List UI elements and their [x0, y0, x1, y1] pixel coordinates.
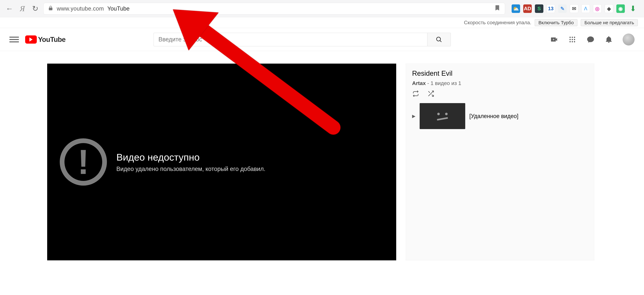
yandex-button[interactable]: Я	[18, 5, 27, 13]
svg-point-10	[574, 41, 575, 42]
extensions-row: ⛅ADS13✎✉Λ◎◆◉	[512, 5, 625, 13]
page-title: YouTube	[108, 5, 130, 12]
youtube-logo[interactable]: YouTube	[25, 36, 66, 44]
svg-point-2	[570, 37, 571, 38]
back-button[interactable]: ←	[5, 5, 14, 13]
svg-point-9	[572, 41, 573, 42]
download-indicator-icon[interactable]: ⬇	[628, 5, 638, 13]
create-video-icon[interactable]	[550, 35, 558, 44]
bookmark-icon[interactable]	[494, 5, 500, 13]
page-url: www.youtube.com	[57, 5, 104, 12]
youtube-masthead: YouTube	[0, 28, 644, 51]
playlist-subtitle: Artax - 1 видео из 1	[412, 80, 588, 86]
masthead-actions	[550, 34, 634, 46]
turbo-enable-button[interactable]: Включить Турбо	[535, 19, 577, 26]
playlist-panel: Resident Evil Artax - 1 видео из 1 ▶ [Уд…	[406, 64, 594, 260]
svg-point-7	[574, 39, 575, 40]
extension-icon-8[interactable]: ◆	[605, 5, 613, 13]
svg-point-3	[572, 37, 573, 38]
menu-button[interactable]	[10, 35, 19, 44]
shuffle-icon[interactable]	[427, 90, 434, 98]
error-subtitle: Видео удалено пользователем, который его…	[116, 166, 266, 172]
address-bar[interactable]: www.youtube.com YouTube	[44, 3, 505, 15]
svg-point-5	[570, 39, 571, 40]
extension-icon-6[interactable]: Λ	[582, 5, 590, 13]
extension-icon-2[interactable]: S	[535, 5, 544, 13]
search-form	[154, 33, 451, 46]
now-playing-icon: ▶	[412, 114, 416, 119]
reload-button[interactable]: ↻	[30, 5, 40, 13]
account-avatar[interactable]	[622, 34, 634, 46]
error-icon: !	[60, 138, 107, 186]
notifications-icon[interactable]	[604, 35, 613, 44]
error-title: Видео недоступно	[116, 152, 266, 163]
youtube-play-icon	[25, 36, 37, 44]
svg-point-4	[574, 37, 575, 38]
playlist-owner[interactable]: Artax	[412, 80, 426, 86]
player-error: ! Видео недоступно Видео удалено пользов…	[60, 138, 266, 186]
loop-icon[interactable]	[412, 90, 419, 98]
playlist-item-label: [Удаленное видео]	[469, 113, 518, 120]
svg-point-8	[570, 41, 571, 42]
playlist-thumbnail	[420, 103, 465, 129]
playlist-count: 1 видео из 1	[430, 80, 461, 86]
extension-icon-0[interactable]: ⛅	[512, 5, 520, 13]
turbo-notification: Скорость соединения упала. Включить Турб…	[0, 17, 644, 28]
search-button[interactable]	[427, 33, 451, 46]
deleted-video-icon	[437, 113, 448, 120]
extension-icon-1[interactable]: AD	[523, 5, 532, 13]
search-input[interactable]	[154, 33, 427, 46]
extension-icon-4[interactable]: ✎	[558, 5, 567, 13]
svg-point-6	[572, 39, 573, 40]
youtube-wordmark: YouTube	[38, 36, 66, 44]
browser-toolbar: ← Я ↻ www.youtube.com YouTube ⛅ADS13✎✉Λ◎…	[0, 0, 644, 17]
lock-icon	[48, 5, 53, 12]
turbo-message: Скорость соединения упала.	[464, 20, 532, 26]
video-player[interactable]: ! Видео недоступно Видео удалено пользов…	[47, 64, 396, 260]
extension-icon-5[interactable]: ✉	[570, 5, 578, 13]
playlist-title: Resident Evil	[412, 69, 588, 77]
svg-line-1	[440, 41, 441, 42]
apps-icon[interactable]	[568, 35, 577, 44]
extension-icon-7[interactable]: ◎	[593, 5, 602, 13]
playlist-item[interactable]: ▶ [Удаленное видео]	[412, 103, 588, 129]
extension-icon-9[interactable]: ◉	[616, 5, 625, 13]
svg-point-0	[436, 37, 440, 41]
turbo-dismiss-button[interactable]: Больше не предлагать	[581, 19, 638, 26]
messages-icon[interactable]	[586, 35, 595, 44]
page-body: ! Видео недоступно Видео удалено пользов…	[0, 51, 644, 260]
extension-icon-3[interactable]: 13	[546, 5, 555, 13]
